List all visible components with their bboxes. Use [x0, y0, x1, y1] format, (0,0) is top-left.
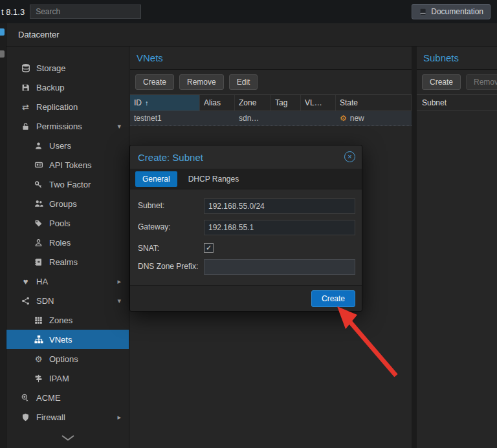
vnets-remove-button[interactable]: Remove — [179, 74, 224, 90]
sidebar-item-label: Groups — [49, 199, 77, 209]
sidebar-item-label: API Tokens — [49, 160, 92, 170]
user-icon — [34, 141, 43, 151]
sidebar-item-sdn[interactable]: SDN ▾ — [6, 291, 129, 310]
vnet-state-cell: ⚙ new — [336, 114, 412, 123]
database-icon — [21, 63, 30, 73]
sidebar-item-storage[interactable]: Storage — [6, 58, 129, 78]
sidebar-item-firewall[interactable]: Firewall ▸ — [6, 407, 129, 427]
column-header-id[interactable]: ID ↑ — [130, 95, 200, 111]
dns-zone-prefix-field[interactable] — [204, 259, 355, 275]
search-input[interactable] — [30, 5, 141, 19]
sidebar-item-pools[interactable]: Pools — [6, 213, 129, 233]
subnets-panel: Subnets Create Remove Subnet — [417, 47, 497, 448]
column-header-alias[interactable]: Alias — [200, 95, 235, 111]
sidebar-item-replication[interactable]: ⇄ Replication — [6, 97, 129, 116]
subnets-remove-button[interactable]: Remove — [466, 74, 497, 90]
cropped-node-icon — [0, 50, 5, 58]
chevron-down-icon[interactable]: ▾ — [117, 122, 121, 131]
sidebar-item-backup[interactable]: Backup — [6, 78, 129, 97]
tab-general[interactable]: General — [135, 171, 177, 187]
dialog-body: Subnet: Gateway: SNAT: ✓ DNS Zone Prefix… — [130, 189, 362, 286]
sidebar-item-label: Users — [49, 141, 71, 151]
version-label: t 8.1.3 — [1, 7, 25, 17]
sidebar-item-permissions[interactable]: Permissions ▾ — [6, 116, 129, 136]
shield-icon — [21, 412, 30, 422]
floppy-icon — [21, 83, 30, 92]
vnets-toolbar: Create Remove Edit — [130, 70, 412, 94]
network-icon — [21, 296, 30, 306]
column-header-zone[interactable]: Zone — [235, 95, 271, 111]
vnet-id-cell: testnet1 — [130, 114, 200, 123]
breadcrumb-title[interactable]: Datacenter — [18, 30, 60, 39]
gear-icon: ⚙ — [34, 354, 43, 364]
sidebar-item-label: Backup — [36, 83, 64, 92]
sidebar-item-label: HA — [36, 277, 48, 286]
address-book-icon — [34, 257, 43, 267]
collapse-chevron-icon[interactable] — [60, 434, 76, 442]
dialog-tabstrip: General DHCP Ranges — [130, 169, 362, 189]
column-header-state[interactable]: State — [336, 95, 412, 111]
chevron-right-icon[interactable]: ▸ — [117, 277, 121, 286]
sidebar-item-roles[interactable]: Roles — [6, 233, 129, 252]
top-bar: t 8.1.3 Documentation — [0, 0, 497, 23]
sidebar-item-label: Realms — [49, 257, 78, 267]
sidebar-item-users[interactable]: Users — [6, 136, 129, 155]
column-header-vlan[interactable]: VL… — [301, 95, 336, 111]
subnet-field[interactable] — [204, 198, 355, 214]
sidebar-item-label: Options — [49, 354, 78, 364]
book-icon — [419, 8, 427, 16]
sidebar-item-ha[interactable]: ♥ HA ▸ — [6, 272, 129, 291]
chevron-right-icon[interactable]: ▸ — [117, 413, 121, 421]
sort-ascending-icon: ↑ — [145, 99, 149, 107]
sidebar-item-realms[interactable]: Realms — [6, 252, 129, 272]
snat-checkbox[interactable]: ✓ — [204, 243, 214, 253]
sidebar-item-label: SDN — [36, 296, 54, 306]
chevron-down-icon[interactable]: ▾ — [117, 297, 121, 305]
tab-dhcp-ranges[interactable]: DHCP Ranges — [181, 171, 246, 187]
unlock-icon — [21, 122, 30, 131]
sidebar-item-ipam[interactable]: IPAM — [6, 368, 129, 388]
sidebar-item-vnets[interactable]: VNets — [6, 330, 129, 349]
sidebar-item-options[interactable]: ⚙ Options — [6, 349, 129, 368]
documentation-button[interactable]: Documentation — [412, 4, 491, 19]
pending-gear-icon: ⚙ — [340, 114, 347, 123]
subnets-panel-header: Subnets — [417, 47, 497, 70]
sidebar-item-label: VNets — [49, 335, 72, 345]
subnets-create-button[interactable]: Create — [422, 74, 461, 90]
dialog-header[interactable]: Create: Subnet × — [130, 145, 362, 169]
subnets-title: Subnets — [423, 52, 459, 63]
snat-field-row: SNAT: ✓ — [138, 241, 355, 253]
sitemap-icon — [34, 335, 43, 345]
gateway-field[interactable] — [204, 220, 355, 235]
sidebar-item-acme[interactable]: ACME — [6, 388, 129, 407]
user-outline-icon — [34, 238, 43, 248]
vnets-title: VNets — [137, 52, 163, 63]
subnet-field-label: Subnet: — [138, 198, 204, 211]
column-header-subnet[interactable]: Subnet — [417, 94, 497, 111]
vnets-table-header: ID ↑ Alias Zone Tag VL… State — [130, 94, 412, 111]
sidebar-item-zones[interactable]: Zones — [6, 310, 129, 330]
grid-icon — [34, 315, 43, 325]
sidebar-item-label: Firewall — [36, 412, 65, 422]
sidebar-item-label: Replication — [36, 102, 78, 112]
column-header-tag[interactable]: Tag — [271, 95, 301, 111]
sidebar-item-two-factor[interactable]: Two Factor — [6, 175, 129, 194]
sidebar-item-label: Pools — [49, 219, 71, 228]
table-row[interactable]: testnet1 sdn… ⚙ new — [130, 111, 412, 126]
key-icon — [34, 180, 43, 189]
dialog-create-button[interactable]: Create — [311, 290, 355, 307]
vnets-edit-button[interactable]: Edit — [229, 74, 258, 90]
panel-splitter[interactable] — [412, 47, 417, 448]
sidebar-item-label: ACME — [36, 393, 61, 403]
subnet-field-row: Subnet: — [138, 198, 355, 214]
sidebar-item-groups[interactable]: Groups — [6, 194, 129, 213]
sidebar-item-label: Zones — [49, 315, 72, 325]
vnets-create-button[interactable]: Create — [135, 74, 174, 90]
datacenter-sidebar: Storage Backup ⇄ Replication Permissions… — [6, 47, 129, 448]
gateway-field-row: Gateway: — [138, 220, 355, 235]
sidebar-item-api-tokens[interactable]: API Tokens — [6, 155, 129, 175]
close-icon[interactable]: × — [344, 151, 355, 162]
state-badge: new — [350, 114, 364, 123]
dns-zone-prefix-field-row: DNS Zone Prefix: — [138, 259, 355, 275]
certificate-icon — [21, 393, 30, 403]
